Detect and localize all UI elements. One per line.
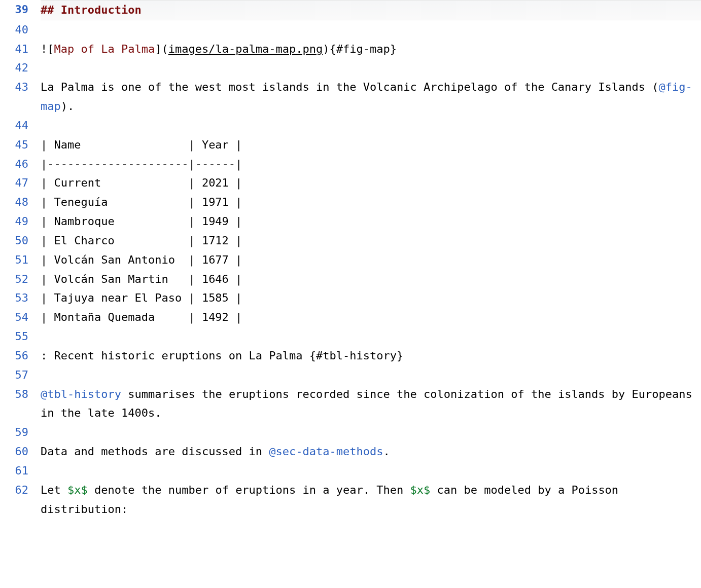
line-content[interactable]: | Teneguía | 1971 | — [41, 193, 701, 212]
line-content[interactable]: | Nambroque | 1949 | — [41, 212, 701, 231]
token-plain: : Recent historic eruptions on La Palma … — [41, 349, 403, 362]
line-number[interactable]: 59 — [0, 423, 41, 442]
token-alt: Map of La Palma — [54, 43, 155, 55]
token-plain: | El Charco | 1712 | — [41, 234, 242, 247]
token-plain: | Nambroque | 1949 | — [41, 215, 242, 228]
token-plain: Data and methods are discussed in — [41, 445, 269, 458]
line-content[interactable]: @tbl-history summarises the eruptions re… — [41, 385, 701, 423]
token-math: $x$ — [67, 484, 88, 496]
code-editor[interactable]: 39## Introduction40 41![Map of La Palma]… — [0, 0, 701, 588]
token-hd: Introduction — [61, 4, 142, 16]
token-ref: @tbl-history — [41, 388, 121, 400]
code-line[interactable]: 52| Volcán San Martin | 1646 | — [0, 270, 701, 289]
token-link: images/la-palma-map.png — [168, 43, 323, 55]
line-content[interactable]: ## Introduction — [41, 0, 701, 20]
code-line[interactable]: 51| Volcán San Antonio | 1677 | — [0, 250, 701, 270]
line-number[interactable]: 56 — [0, 346, 41, 365]
line-content[interactable] — [41, 423, 701, 442]
code-line[interactable]: 44 — [0, 116, 701, 135]
code-line[interactable]: 53| Tajuya near El Paso | 1585 | — [0, 288, 701, 308]
token-plain: | Volcán San Martin | 1646 | — [41, 273, 242, 285]
line-number[interactable]: 46 — [0, 155, 41, 174]
code-line[interactable]: 62Let $x$ denote the number of eruptions… — [0, 481, 701, 519]
line-content[interactable]: | Volcán San Antonio | 1677 | — [41, 250, 701, 270]
token-plain: | Volcán San Antonio | 1677 | — [41, 253, 242, 266]
line-content[interactable]: | Volcán San Martin | 1646 | — [41, 270, 701, 289]
line-content[interactable]: : Recent historic eruptions on La Palma … — [41, 346, 701, 365]
token-plain: ( — [161, 43, 168, 55]
code-line[interactable]: 58@tbl-history summarises the eruptions … — [0, 385, 701, 423]
line-number[interactable]: 52 — [0, 270, 41, 289]
token-plain: La Palma is one of the west most islands… — [41, 81, 659, 93]
code-line[interactable]: 47| Current | 2021 | — [0, 173, 701, 193]
line-content[interactable] — [41, 365, 701, 385]
code-line[interactable]: 40 — [0, 20, 701, 40]
line-content[interactable]: | Name | Year | — [41, 135, 701, 155]
code-line[interactable]: 56: Recent historic eruptions on La Palm… — [0, 346, 701, 365]
code-line[interactable]: 55 — [0, 327, 701, 346]
code-line[interactable]: 39## Introduction — [0, 0, 701, 20]
token-plain: | Montaña Quemada | 1492 | — [41, 311, 242, 323]
token-plain: summarises the eruptions recorded since … — [41, 388, 699, 420]
code-line[interactable]: 42 — [0, 58, 701, 78]
line-content[interactable]: Data and methods are discussed in @sec-d… — [41, 442, 701, 461]
code-line[interactable]: 54| Montaña Quemada | 1492 | — [0, 308, 701, 327]
line-content[interactable] — [41, 327, 701, 346]
line-number[interactable]: 61 — [0, 461, 41, 481]
token-plain: Let — [41, 484, 67, 496]
code-line[interactable]: 41![Map of La Palma](images/la-palma-map… — [0, 40, 701, 59]
token-plain: | Teneguía | 1971 | — [41, 196, 242, 208]
code-line[interactable]: 57 — [0, 365, 701, 385]
line-content[interactable]: | Montaña Quemada | 1492 | — [41, 308, 701, 327]
line-number[interactable]: 62 — [0, 481, 41, 500]
line-number[interactable]: 42 — [0, 58, 41, 78]
line-number[interactable]: 51 — [0, 250, 41, 270]
code-line[interactable]: 46|---------------------|------| — [0, 155, 701, 174]
code-line[interactable]: 45| Name | Year | — [0, 135, 701, 155]
token-bracket: ] — [155, 43, 161, 55]
code-line[interactable]: 49| Nambroque | 1949 | — [0, 212, 701, 231]
code-line[interactable]: 61 — [0, 461, 701, 481]
line-content[interactable]: | Current | 2021 | — [41, 173, 701, 193]
line-number[interactable]: 44 — [0, 116, 41, 135]
line-number[interactable]: 48 — [0, 193, 41, 212]
line-number[interactable]: 50 — [0, 231, 41, 250]
line-content[interactable]: | Tajuya near El Paso | 1585 | — [41, 288, 701, 308]
line-number[interactable]: 45 — [0, 135, 41, 155]
code-line[interactable]: 59 — [0, 423, 701, 442]
line-number[interactable]: 53 — [0, 288, 41, 308]
line-number[interactable]: 55 — [0, 327, 41, 346]
code-line[interactable]: 43La Palma is one of the west most islan… — [0, 78, 701, 116]
line-number[interactable]: 60 — [0, 442, 41, 461]
token-plain: ! — [41, 43, 47, 55]
code-line[interactable]: 50| El Charco | 1712 | — [0, 231, 701, 250]
token-plain: . — [383, 445, 390, 458]
code-line[interactable]: 60Data and methods are discussed in @sec… — [0, 442, 701, 461]
line-number[interactable]: 54 — [0, 308, 41, 327]
line-number[interactable]: 49 — [0, 212, 41, 231]
line-number[interactable]: 40 — [0, 20, 41, 40]
line-content[interactable] — [41, 20, 701, 40]
token-plain: ). — [61, 100, 75, 113]
line-content[interactable]: |---------------------|------| — [41, 155, 701, 174]
line-content[interactable] — [41, 58, 701, 78]
line-content[interactable]: Let $x$ denote the number of eruptions i… — [41, 481, 701, 519]
line-number[interactable]: 58 — [0, 385, 41, 404]
token-plain: denote the number of eruptions in a year… — [88, 484, 410, 496]
line-number[interactable]: 39 — [0, 0, 41, 19]
token-meta: {#fig-map} — [330, 43, 397, 55]
line-content[interactable]: ![Map of La Palma](images/la-palma-map.p… — [41, 40, 701, 59]
token-plain: | Name | Year | — [41, 138, 242, 151]
code-line[interactable]: 48| Teneguía | 1971 | — [0, 193, 701, 212]
token-hd-hash: ## — [41, 4, 61, 16]
token-math: $x$ — [410, 484, 431, 496]
line-number[interactable]: 41 — [0, 40, 41, 59]
line-number[interactable]: 57 — [0, 365, 41, 385]
line-number[interactable]: 47 — [0, 173, 41, 193]
line-content[interactable]: | El Charco | 1712 | — [41, 231, 701, 250]
line-content[interactable] — [41, 116, 701, 135]
line-content[interactable] — [41, 461, 701, 481]
token-plain: | Tajuya near El Paso | 1585 | — [41, 291, 242, 304]
line-number[interactable]: 43 — [0, 78, 41, 97]
line-content[interactable]: La Palma is one of the west most islands… — [41, 78, 701, 116]
